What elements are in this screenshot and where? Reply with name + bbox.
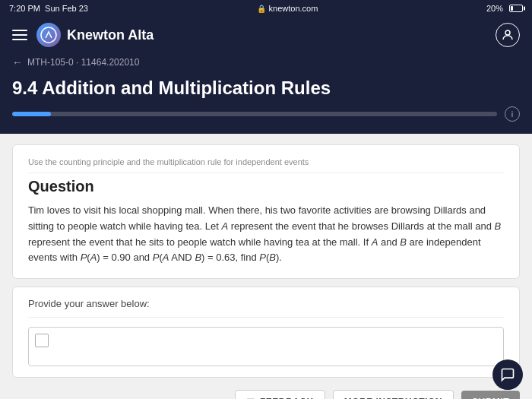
lock-icon: 🔒 [257, 5, 266, 13]
progress-bar-fill [12, 112, 51, 116]
breadcrumb-text: MTH-105-0 · 11464.202010 [27, 57, 139, 68]
svg-point-1 [505, 30, 510, 35]
provide-answer-label: Provide your answer below: [28, 298, 504, 318]
submit-button[interactable]: SUBMIT [461, 391, 520, 399]
answer-checkbox[interactable] [35, 334, 49, 347]
hamburger-menu[interactable] [12, 30, 27, 40]
logo-text: Knewton Alta [67, 27, 154, 43]
chat-bubble[interactable] [492, 359, 523, 390]
breadcrumb: ← MTH-105-0 · 11464.202010 [0, 53, 532, 74]
page-title: 9.4 Addition and Multiplication Rules [12, 78, 520, 99]
question-body: Tim loves to visit his local shopping ma… [28, 203, 504, 266]
feedback-button[interactable]: ▣ FEEDBACK [235, 390, 325, 399]
progress-bar-background [12, 112, 497, 116]
svg-point-0 [41, 27, 56, 43]
nav-left: Knewton Alta [12, 23, 154, 47]
question-label: Question [28, 178, 504, 195]
logo: Knewton Alta [36, 23, 154, 47]
status-url: 🔒 knewton.com [257, 4, 318, 13]
top-nav: Knewton Alta [0, 17, 532, 53]
page-header: 9.4 Addition and Multiplication Rules i [0, 74, 532, 134]
progress-info-icon[interactable]: i [505, 106, 520, 122]
main-content: Use the counting principle and the multi… [0, 134, 532, 399]
more-instruction-button[interactable]: MORE INSTRUCTION [333, 390, 454, 399]
button-bar: ▣ FEEDBACK MORE INSTRUCTION SUBMIT [12, 385, 520, 399]
answer-section: Provide your answer below: [12, 287, 520, 378]
back-arrow-icon[interactable]: ← [12, 56, 23, 68]
status-bar: 7:20 PM Sun Feb 23 🔒 knewton.com 20% [0, 0, 532, 17]
user-account-icon[interactable] [496, 23, 520, 47]
status-indicators: 20% [486, 4, 523, 13]
progress-bar-container: i [12, 106, 520, 122]
question-card: Use the counting principle and the multi… [12, 144, 520, 279]
answer-input-box[interactable] [28, 327, 504, 366]
status-time: 7:20 PM Sun Feb 23 [9, 4, 88, 13]
logo-icon [36, 23, 61, 47]
question-instruction: Use the counting principle and the multi… [28, 157, 504, 173]
battery-icon [509, 5, 523, 12]
